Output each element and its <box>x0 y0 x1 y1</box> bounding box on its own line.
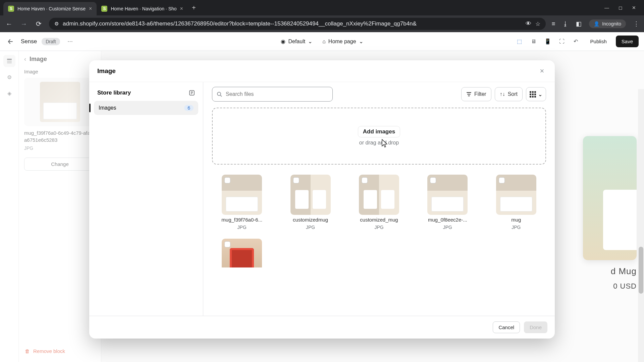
file-thumbnail[interactable] <box>290 175 331 215</box>
file-thumbnail[interactable] <box>496 175 536 215</box>
window-controls: ― ◻ ✕ <box>604 5 641 10</box>
browser-tab-1[interactable]: S Home Haven · Customize Sense × <box>3 2 97 15</box>
chevron-down-icon: ⌄ <box>359 38 363 45</box>
browser-tab-2[interactable]: S Home Haven · Navigation · Sho × <box>97 2 187 15</box>
grid-icon <box>530 91 536 98</box>
theme-name: Sense <box>21 38 37 45</box>
sidebar-title: Store library <box>97 89 131 96</box>
mobile-preview-icon[interactable]: 📱 <box>542 36 553 47</box>
desktop-preview-icon[interactable]: 🖥 <box>528 36 539 47</box>
sidebar-item-images[interactable]: Images 6 <box>94 101 198 115</box>
chevron-down-icon: ⌄ <box>538 91 542 98</box>
file-ext: JPG <box>306 225 315 230</box>
svg-line-5 <box>220 95 222 97</box>
editor-topbar: Sense Draft ⋯ ◉ Default ⌄ ⌂ Home page ⌄ … <box>0 32 644 51</box>
minimize-icon[interactable]: ― <box>604 5 609 10</box>
modal-footer: Cancel Done <box>89 316 555 339</box>
publish-button[interactable]: Publish <box>585 36 612 47</box>
inspector-icon[interactable]: ⬚ <box>514 36 525 47</box>
maximize-icon[interactable]: ◻ <box>619 5 623 10</box>
download-icon[interactable]: ⭳ <box>562 20 569 27</box>
extensions-icon[interactable]: ≡ <box>552 20 555 27</box>
modal-title: Image <box>97 67 116 75</box>
file-item[interactable]: mug_0f8eec2e-... JPG <box>418 175 477 230</box>
svg-point-4 <box>217 92 221 96</box>
tab-title: Home Haven · Customize Sense <box>17 6 86 11</box>
eye-off-icon[interactable]: 👁 <box>526 20 531 27</box>
tab-bar: S Home Haven · Customize Sense × S Home … <box>0 0 644 15</box>
file-item[interactable]: mug_f39f76a0-6... JPG <box>212 175 272 230</box>
modal-main: Filter ↑↓ Sort ⌄ <box>203 82 555 316</box>
menu-icon[interactable]: ⋮ <box>633 20 639 27</box>
checkbox[interactable] <box>224 241 230 247</box>
file-item[interactable]: customizedmug JPG <box>280 175 340 230</box>
exit-editor-icon[interactable] <box>5 36 16 47</box>
sort-button[interactable]: ↑↓ Sort <box>495 87 523 101</box>
file-thumbnail[interactable] <box>427 175 468 215</box>
generate-icon[interactable] <box>189 90 195 96</box>
chevron-down-icon: ⌄ <box>308 38 312 45</box>
address-bar: ← → ⟳ ⚙ admin.shopify.com/store/de8143-a… <box>0 15 644 32</box>
undo-icon[interactable]: ↶ <box>571 36 581 47</box>
star-icon[interactable]: ☆ <box>535 20 540 27</box>
checkbox[interactable] <box>224 177 230 183</box>
shopify-favicon: S <box>8 6 14 12</box>
modal-overlay: Image × Store library Images 6 <box>0 51 644 362</box>
checkbox[interactable] <box>430 177 436 183</box>
filter-icon <box>466 92 472 97</box>
tool-group: Filter ↑↓ Sort ⌄ <box>461 87 546 101</box>
search-input[interactable] <box>212 87 333 102</box>
file-name: customized_mug <box>360 217 398 223</box>
site-settings-icon[interactable]: ⚙ <box>54 21 59 27</box>
close-window-icon[interactable]: ✕ <box>632 5 636 10</box>
fullscreen-icon[interactable]: ⛶ <box>556 36 567 47</box>
search-icon <box>216 91 222 97</box>
incognito-badge[interactable]: 👤 Incognito <box>589 19 626 28</box>
tab-title: Home Haven · Navigation · Sho <box>111 6 176 11</box>
close-icon[interactable]: × <box>89 6 92 12</box>
dropzone[interactable]: Add images or drag and drop <box>212 108 546 165</box>
forward-icon: → <box>19 20 28 28</box>
more-icon[interactable]: ⋯ <box>65 36 75 47</box>
browser-chrome: S Home Haven · Customize Sense × S Home … <box>0 0 644 32</box>
checkbox[interactable] <box>499 177 505 183</box>
file-name: mug_f39f76a0-6... <box>221 217 262 223</box>
image-picker-modal: Image × Store library Images 6 <box>89 60 555 339</box>
file-name: mug_0f8eec2e-... <box>428 217 467 223</box>
back-icon[interactable]: ← <box>5 20 13 28</box>
file-grid-row2 <box>212 239 546 267</box>
dropzone-hint: or drag and drop <box>359 140 399 146</box>
new-tab-button[interactable]: + <box>188 4 200 12</box>
filter-button[interactable]: Filter <box>461 87 491 101</box>
page-selector[interactable]: ⌂ Home page ⌄ <box>322 38 363 45</box>
reload-icon[interactable]: ⟳ <box>34 20 43 28</box>
add-images-button[interactable]: Add images <box>358 126 400 137</box>
topbar-right: ⬚ 🖥 📱 ⛶ ↶ Publish Save <box>514 36 639 47</box>
viewport-selector[interactable]: ◉ Default ⌄ <box>281 38 312 45</box>
topbar-center: ◉ Default ⌄ ⌂ Home page ⌄ <box>281 38 363 45</box>
file-item[interactable]: customized_mug JPG <box>349 175 409 230</box>
file-item[interactable]: mug JPG <box>486 175 546 230</box>
checkbox[interactable] <box>293 177 299 183</box>
cancel-button[interactable]: Cancel <box>493 321 520 333</box>
file-thumbnail[interactable] <box>222 239 262 267</box>
save-button[interactable]: Save <box>616 36 639 47</box>
file-thumbnail[interactable] <box>359 175 399 215</box>
done-button: Done <box>524 321 547 333</box>
modal-sidebar: Store library Images 6 <box>89 82 203 316</box>
file-name: mug <box>511 217 521 223</box>
file-thumbnail[interactable] <box>222 175 262 215</box>
checkbox[interactable] <box>362 177 368 183</box>
url-input[interactable]: ⚙ admin.shopify.com/store/de8143-a6/them… <box>49 18 546 30</box>
home-icon: ⌂ <box>322 39 326 45</box>
file-item[interactable] <box>212 239 272 267</box>
search-field[interactable] <box>226 91 328 97</box>
count-badge: 6 <box>184 105 194 111</box>
toolbar-icons: ≡ ⭳ ◧ 👤 Incognito ⋮ <box>552 19 639 28</box>
side-panel-icon[interactable]: ◧ <box>576 20 582 27</box>
close-icon[interactable]: × <box>180 6 183 12</box>
modal-toolbar: Filter ↑↓ Sort ⌄ <box>212 87 546 102</box>
modal-body: Store library Images 6 <box>89 82 555 316</box>
view-toggle[interactable]: ⌄ <box>526 87 546 101</box>
close-icon[interactable]: × <box>537 66 547 76</box>
